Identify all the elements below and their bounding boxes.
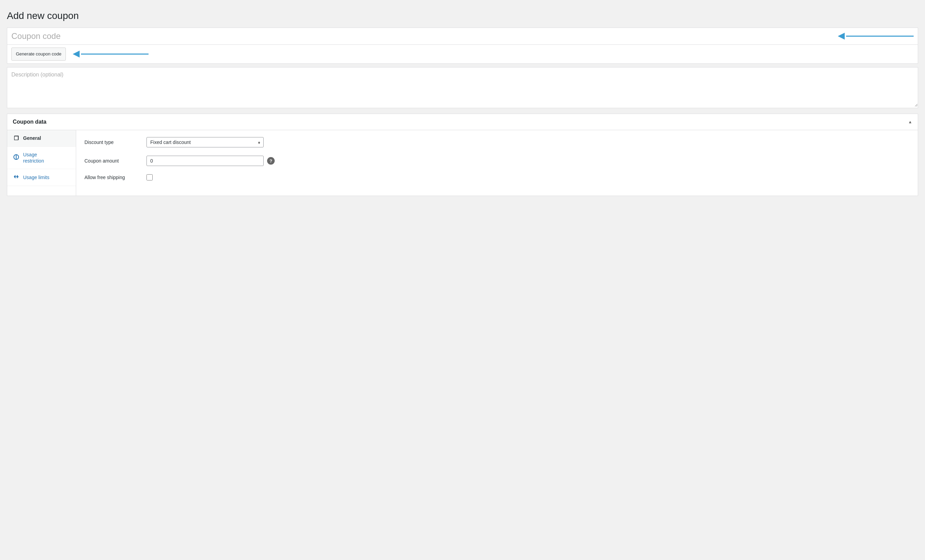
svg-marker-1 <box>838 33 845 40</box>
sidebar-item-general-label: General <box>23 135 41 141</box>
sidebar-item-usage-limits[interactable]: Usage limits <box>7 169 76 186</box>
description-section <box>7 67 918 108</box>
arrows-icon <box>13 174 20 181</box>
generate-coupon-code-button[interactable]: Generate coupon code <box>11 48 66 61</box>
discount-type-row: Discount type Percentage discount Fixed … <box>84 137 910 147</box>
coupon-amount-control: ? <box>146 156 275 166</box>
coupon-code-input-wrapper <box>7 28 918 45</box>
discount-type-control: Percentage discount Fixed cart discount … <box>146 137 264 147</box>
sidebar-item-usage-limits-label: Usage limits <box>23 174 49 180</box>
allow-free-shipping-label: Allow free shipping <box>84 175 140 180</box>
allow-free-shipping-row: Allow free shipping <box>84 174 910 180</box>
coupon-code-section: Generate coupon code <box>7 27 918 64</box>
page-title: Add new coupon <box>7 11 918 21</box>
allow-free-shipping-checkbox[interactable] <box>146 174 153 180</box>
coupon-code-arrow <box>838 32 914 41</box>
coupon-amount-input[interactable] <box>146 156 264 166</box>
coupon-amount-row: Coupon amount ? <box>84 156 910 166</box>
ban-icon <box>13 154 20 161</box>
generate-btn-wrapper: Generate coupon code <box>7 45 918 63</box>
generate-btn-arrow <box>73 49 149 59</box>
coupon-data-section: Coupon data ▲ ❐ General <box>7 114 918 196</box>
sidebar-item-general[interactable]: ❐ General <box>7 130 76 147</box>
discount-type-label: Discount type <box>84 140 140 145</box>
ticket-icon: ❐ <box>13 135 20 141</box>
coupon-data-body: ❐ General Usagerestriction <box>7 130 918 196</box>
sidebar-item-usage-restriction[interactable]: Usagerestriction <box>7 147 76 169</box>
coupon-amount-label: Coupon amount <box>84 158 140 164</box>
free-shipping-control <box>146 174 153 180</box>
coupon-data-title: Coupon data <box>13 119 47 125</box>
coupon-data-header: Coupon data ▲ <box>7 114 918 130</box>
coupon-data-sidebar: ❐ General Usagerestriction <box>7 130 76 196</box>
svg-marker-3 <box>73 51 80 57</box>
description-textarea[interactable] <box>7 68 918 107</box>
coupon-fields-panel: Discount type Percentage discount Fixed … <box>76 130 918 196</box>
coupon-code-input[interactable] <box>11 32 838 41</box>
sidebar-item-usage-restriction-label: Usagerestriction <box>23 152 44 164</box>
discount-type-select[interactable]: Percentage discount Fixed cart discount … <box>146 137 264 147</box>
collapse-icon[interactable]: ▲ <box>908 120 912 124</box>
discount-type-select-wrapper: Percentage discount Fixed cart discount … <box>146 137 264 147</box>
coupon-amount-help-icon[interactable]: ? <box>267 157 275 165</box>
